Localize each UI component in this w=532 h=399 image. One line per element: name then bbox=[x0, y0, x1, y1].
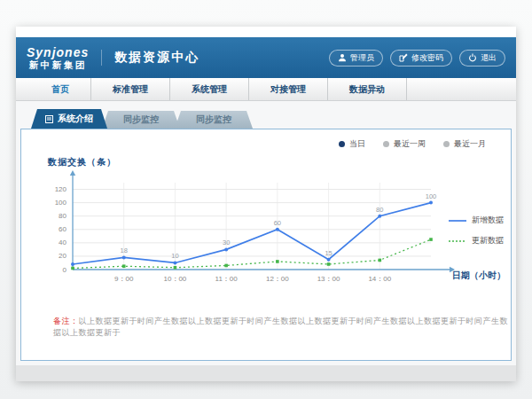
radio-option[interactable]: 最近一月 bbox=[443, 138, 486, 150]
radio-label: 当日 bbox=[349, 138, 365, 150]
radio-option[interactable]: 当日 bbox=[339, 138, 365, 150]
brand-logo-text: Synjones bbox=[27, 45, 89, 59]
svg-text:80: 80 bbox=[59, 212, 66, 220]
svg-text:9：00: 9：00 bbox=[114, 275, 134, 283]
tab-label: 同步监控 bbox=[196, 113, 231, 126]
logout-label: 退出 bbox=[481, 52, 497, 64]
system-intro-panel: 当日最近一周最近一月 数据交换（条） 0204060801001209：0010… bbox=[20, 129, 512, 361]
svg-text:12：00: 12：00 bbox=[266, 275, 289, 283]
app-header: Synjones 新中新集团 数据资源中心 管理员 修改密码 bbox=[16, 37, 516, 78]
date-range-filter: 当日最近一周最近一月 bbox=[21, 129, 511, 150]
svg-text:40: 40 bbox=[59, 239, 66, 246]
legend-item[interactable]: 新增数据 bbox=[449, 215, 504, 226]
svg-text:10：00: 10：00 bbox=[164, 275, 187, 283]
browser-page: Synjones 新中新集团 数据资源中心 管理员 修改密码 bbox=[16, 27, 516, 381]
svg-text:60: 60 bbox=[274, 219, 281, 227]
power-icon bbox=[468, 53, 477, 62]
tab[interactable]: 同步监控 bbox=[175, 111, 253, 129]
document-icon bbox=[45, 115, 53, 123]
radio-dot-icon bbox=[339, 141, 345, 147]
nav-item[interactable]: 系统管理 bbox=[170, 78, 249, 100]
header-actions: 管理员 修改密码 退出 bbox=[329, 50, 505, 66]
logout-button[interactable]: 退出 bbox=[459, 50, 505, 66]
content-area: 系统介绍同步监控同步监控 当日最近一周最近一月 数据交换（条） 02040608… bbox=[16, 101, 516, 365]
svg-text:30: 30 bbox=[223, 239, 230, 246]
footnote: 备注：以上数据更新于时间产生数据以上数据更新于时间产生数据以上数据更新于时间产生… bbox=[53, 316, 511, 339]
svg-text:11：00: 11：00 bbox=[215, 275, 239, 283]
footnote-text: 以上数据更新于时间产生数据以上数据更新于时间产生数据以上数据更新于时间产生数据以… bbox=[53, 317, 508, 337]
svg-text:10: 10 bbox=[171, 252, 178, 260]
svg-text:0: 0 bbox=[63, 266, 67, 274]
tab-label: 同步监控 bbox=[123, 113, 159, 126]
svg-text:100: 100 bbox=[426, 192, 437, 200]
chart-x-axis-title: 日期（小时） bbox=[452, 270, 505, 282]
line-chart: 0204060801001209：0010：0011：0012：0013：001… bbox=[35, 168, 458, 294]
main-nav: 首页标准管理系统管理对接管理数据异动 bbox=[16, 78, 516, 101]
edit-icon bbox=[399, 53, 408, 62]
svg-text:18: 18 bbox=[121, 246, 128, 254]
legend-label: 更新数据 bbox=[472, 235, 504, 246]
tab-label: 系统介绍 bbox=[58, 113, 93, 125]
svg-text:100: 100 bbox=[55, 199, 67, 207]
footnote-label: 备注： bbox=[53, 317, 79, 325]
chart-container: 0204060801001209：0010：0011：0012：0013：001… bbox=[35, 168, 511, 294]
legend-label: 新增数据 bbox=[472, 215, 504, 226]
radio-option[interactable]: 最近一周 bbox=[383, 138, 426, 150]
svg-text:80: 80 bbox=[376, 206, 383, 214]
current-user-label: 管理员 bbox=[350, 52, 374, 64]
radio-dot-icon bbox=[383, 141, 389, 147]
svg-text:13：00: 13：00 bbox=[317, 275, 340, 283]
nav-item[interactable]: 对接管理 bbox=[249, 78, 328, 100]
chart-legend: 新增数据更新数据 bbox=[449, 215, 504, 246]
nav-item[interactable]: 数据异动 bbox=[328, 78, 407, 100]
svg-text:14：00: 14：00 bbox=[368, 275, 391, 283]
brand-logo-cn: 新中新集团 bbox=[27, 59, 89, 70]
nav-item[interactable]: 标准管理 bbox=[91, 78, 170, 100]
tab[interactable]: 同步监控 bbox=[102, 111, 180, 129]
radio-label: 最近一周 bbox=[394, 138, 426, 150]
page-top-strip bbox=[16, 27, 516, 37]
user-icon bbox=[338, 53, 347, 62]
tab-bar: 系统介绍同步监控同步监控 bbox=[20, 109, 512, 129]
brand-logo: Synjones 新中新集团 bbox=[27, 45, 99, 70]
nav-item[interactable]: 首页 bbox=[30, 78, 91, 100]
legend-item[interactable]: 更新数据 bbox=[449, 235, 504, 246]
chart-y-axis-title: 数据交换（条） bbox=[48, 156, 511, 168]
screen-background: Synjones 新中新集团 数据资源中心 管理员 修改密码 bbox=[0, 0, 532, 399]
radio-dot-icon bbox=[443, 141, 450, 147]
svg-text:120: 120 bbox=[55, 185, 67, 193]
current-user-button[interactable]: 管理员 bbox=[329, 50, 383, 66]
page-title: 数据资源中心 bbox=[101, 50, 200, 66]
radio-label: 最近一月 bbox=[454, 138, 486, 150]
svg-text:60: 60 bbox=[59, 225, 66, 233]
tab[interactable]: 系统介绍 bbox=[31, 109, 107, 129]
change-password-label: 修改密码 bbox=[411, 52, 443, 64]
change-password-button[interactable]: 修改密码 bbox=[390, 50, 452, 66]
page-footer-strip bbox=[16, 365, 516, 381]
svg-text:15: 15 bbox=[325, 249, 332, 257]
svg-text:20: 20 bbox=[59, 252, 66, 260]
legend-line-icon bbox=[449, 218, 466, 223]
legend-line-icon bbox=[449, 239, 466, 244]
